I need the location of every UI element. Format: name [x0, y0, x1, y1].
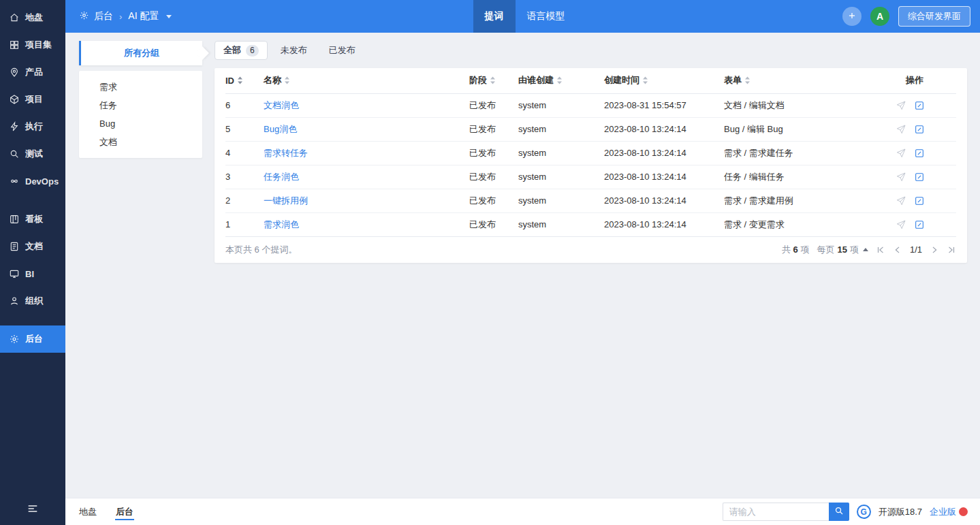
publish-icon[interactable] [896, 148, 906, 159]
actions-cell [889, 100, 956, 111]
filter-tab-published[interactable]: 已发布 [320, 41, 364, 60]
sidebar-item-label: 产品 [25, 66, 43, 78]
version-label: 开源版18.7 [879, 506, 922, 518]
sidebar-item-label: BI [25, 269, 34, 279]
sidebar-item-project[interactable]: 项目 [0, 86, 65, 113]
filter-tab-unpublished[interactable]: 未发布 [272, 41, 316, 60]
gear-icon [79, 10, 89, 22]
group-all-button[interactable]: 所有分组 [79, 41, 202, 65]
column-header-creator: 由谁创建 [518, 74, 554, 86]
enterprise-edition-link[interactable]: 企业版 [930, 506, 968, 518]
edit-icon[interactable] [914, 172, 925, 182]
cell-stage: 已发布 [469, 93, 518, 117]
edit-icon[interactable] [914, 195, 925, 206]
sidebar-item-dashboard[interactable]: 地盘 [0, 4, 65, 31]
sidebar-item-execution[interactable]: 执行 [0, 113, 65, 140]
group-item-story[interactable]: 需求 [79, 78, 202, 96]
cell-form: 任务 / 编辑任务 [724, 165, 889, 189]
infinity-icon [9, 176, 20, 187]
prev-page-button[interactable] [893, 245, 902, 255]
search-button[interactable] [829, 503, 849, 521]
cell-id: 6 [225, 93, 264, 117]
prompt-name-link[interactable]: 需求润色 [264, 219, 299, 229]
breadcrumb-admin[interactable]: 后台 [79, 10, 113, 22]
avatar-letter: A [876, 11, 883, 22]
sidebar-collapse-button[interactable] [0, 494, 65, 525]
group-item-task[interactable]: 任务 [79, 96, 202, 114]
sidebar-item-kanban[interactable]: 看板 [0, 206, 65, 233]
avatar[interactable]: A [870, 7, 889, 26]
cell-id: 4 [225, 141, 264, 165]
sidebar-item-qa[interactable]: 测试 [0, 140, 65, 168]
prompt-name-link[interactable]: Bug润色 [264, 124, 297, 134]
prompt-name-link[interactable]: 任务润色 [264, 172, 299, 182]
prompt-name-link[interactable]: 文档润色 [264, 100, 299, 110]
edit-icon[interactable] [914, 219, 925, 230]
page-size-select[interactable]: 每页 15 项 [817, 244, 868, 256]
cell-stage: 已发布 [469, 189, 518, 212]
sidebar-item-bi[interactable]: BI [0, 260, 65, 287]
sort-icon[interactable] [744, 76, 750, 84]
last-page-button[interactable] [947, 245, 956, 255]
sort-icon[interactable] [284, 76, 290, 84]
cell-created: 2023-08-10 13:24:14 [604, 165, 724, 189]
table-row: 1 需求润色 已发布 system 2023-08-10 13:24:14 需求… [225, 212, 956, 236]
group-list: 需求 任务 Bug 文档 [79, 71, 202, 158]
cell-created: 2023-08-10 13:24:14 [604, 212, 724, 236]
cell-created: 2023-08-31 15:54:57 [604, 93, 724, 117]
sidebar: 地盘 项目集 产品 项目 执行 测试 [0, 0, 65, 525]
publish-icon[interactable] [896, 172, 906, 182]
publish-icon[interactable] [896, 219, 906, 230]
publish-icon[interactable] [896, 124, 906, 135]
cell-form: 文档 / 编辑文档 [724, 93, 889, 117]
switch-view-button[interactable]: 综合研发界面 [898, 6, 970, 27]
sort-icon[interactable] [237, 76, 243, 84]
sort-icon[interactable] [556, 76, 563, 84]
cell-stage: 已发布 [469, 141, 518, 165]
table-row: 3 任务润色 已发布 system 2023-08-10 13:24:14 任务… [225, 165, 956, 189]
bottom-tab-label: 后台 [116, 506, 133, 518]
next-page-button[interactable] [930, 245, 939, 255]
breadcrumb-current-label: AI 配置 [128, 10, 159, 22]
pagination: 共 6 项 每页 15 项 1/1 [782, 244, 956, 256]
edit-icon[interactable] [914, 100, 925, 111]
sidebar-item-devops[interactable]: DevOps [0, 168, 65, 195]
filter-all-label: 全部 [223, 44, 241, 57]
breadcrumb-root-label: 后台 [94, 10, 113, 22]
prompt-name-link[interactable]: 需求转任务 [264, 148, 308, 158]
cell-id: 1 [225, 212, 264, 236]
cell-creator: system [518, 93, 604, 117]
sidebar-item-org[interactable]: 组织 [0, 287, 65, 315]
prompt-name-link[interactable]: 一键拆用例 [264, 195, 308, 206]
sidebar-item-label: 地盘 [25, 12, 43, 24]
group-item-doc[interactable]: 文档 [79, 133, 202, 151]
cell-creator: system [518, 165, 604, 189]
column-header-actions: 操作 [906, 75, 923, 85]
first-page-button[interactable] [876, 245, 885, 255]
plus-icon [847, 11, 857, 22]
sidebar-item-program[interactable]: 项目集 [0, 31, 65, 59]
bottom-tab-dashboard[interactable]: 地盘 [69, 498, 106, 525]
tab-prompts[interactable]: 提词 [473, 0, 516, 33]
edit-icon[interactable] [914, 148, 925, 159]
content-area: 所有分组 需求 任务 Bug 文档 全部 6 未发布 [65, 33, 980, 498]
publish-icon[interactable] [896, 100, 906, 111]
group-item-bug[interactable]: Bug [79, 114, 202, 133]
add-button[interactable] [842, 7, 862, 26]
bottom-tab-admin[interactable]: 后台 [106, 498, 143, 525]
sidebar-item-admin[interactable]: 后台 [0, 325, 65, 353]
prompt-table: ID 名称 阶段 由谁创建 创建时间 表单 操作 6 [225, 68, 956, 237]
breadcrumb-separator: › [119, 12, 122, 22]
search-input[interactable] [723, 503, 829, 521]
sort-icon[interactable] [642, 76, 648, 84]
sidebar-item-label: DevOps [25, 176, 59, 187]
publish-icon[interactable] [896, 195, 906, 206]
edit-icon[interactable] [914, 124, 925, 135]
sort-icon[interactable] [490, 76, 496, 84]
filter-tab-all[interactable]: 全部 6 [215, 41, 268, 60]
sidebar-item-product[interactable]: 产品 [0, 59, 65, 86]
sidebar-item-doc[interactable]: 文档 [0, 233, 65, 260]
breadcrumb-current-dropdown[interactable]: AI 配置 [128, 10, 172, 22]
tab-language-models[interactable]: 语言模型 [516, 0, 577, 33]
cell-stage: 已发布 [469, 165, 518, 189]
